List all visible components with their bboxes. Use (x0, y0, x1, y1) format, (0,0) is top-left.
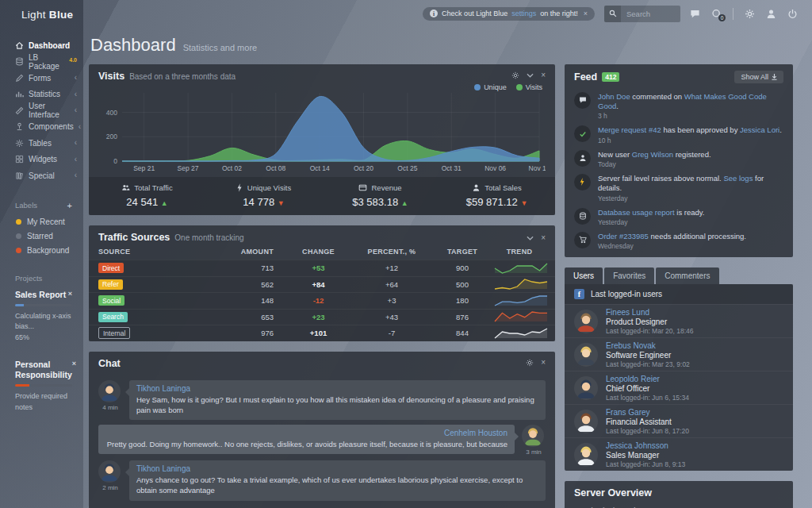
table-row-refer[interactable]: Refer 562 +84 +64 500 (89, 276, 555, 293)
sidebar-item-statistics[interactable]: Statistics ‹ (0, 87, 83, 103)
account-icon[interactable] (766, 9, 776, 19)
add-label-button[interactable]: + (67, 201, 72, 210)
svg-text:Oct 08: Oct 08 (266, 164, 285, 172)
panel-close-icon[interactable]: × (541, 71, 546, 79)
close-icon[interactable]: × (68, 290, 72, 300)
page-subtitle: Statistics and more (183, 43, 258, 52)
chevron-left-icon: ‹ (79, 123, 81, 131)
version-badge: 4.0 (69, 54, 77, 63)
avatar (574, 310, 598, 333)
download-arrow-icon (772, 74, 777, 80)
label-dot (16, 248, 21, 253)
messages-icon[interactable] (690, 9, 700, 19)
chevron-left-icon: ‹ (75, 106, 77, 114)
feed-item[interactable]: Server fail level raises above normal. S… (565, 171, 793, 205)
message-sender[interactable]: Tikhon Laninga (136, 464, 538, 473)
feed-item[interactable]: Merge request #42 has been approved by J… (565, 123, 793, 147)
avatar (574, 410, 598, 433)
sidebar-item-forms[interactable]: Forms ‹ (0, 70, 83, 87)
project-sales-report: Sales Report× Calculating x-axis bias...… (0, 283, 83, 344)
notifications-icon[interactable]: 0 (711, 9, 722, 19)
search-input[interactable] (621, 10, 680, 18)
bolt-icon (574, 174, 591, 190)
table-row-search[interactable]: Search 653 +23 +43 876 (89, 309, 555, 325)
labels-header: Labels + (0, 201, 83, 210)
search-icon (604, 6, 621, 22)
table-row-social[interactable]: Social 148 -12 +3 180 (89, 292, 555, 309)
divider (733, 8, 733, 20)
panel-gear-icon[interactable] (511, 71, 519, 79)
feed-time: 3 h (598, 112, 783, 120)
feed-time: Yesterday (598, 194, 783, 202)
feed-item[interactable]: New user Greg Wilson registered. Today (565, 147, 793, 171)
user-list-item[interactable]: Erebus NovakSoftware EngineerLast logged… (565, 337, 793, 371)
panel-subtitle: Based on a three months data (129, 72, 236, 81)
panel-subtitle: One month tracking (174, 233, 243, 242)
logout-power-icon[interactable] (787, 9, 798, 19)
users-panel: f Last logged-in users Finees LundProduc… (565, 284, 793, 471)
notice-close-icon[interactable]: × (584, 10, 588, 17)
message-sender[interactable]: Tikhon Laninga (136, 384, 538, 393)
notice-settings-link[interactable]: settings (511, 10, 536, 17)
settings-gear-icon[interactable] (745, 9, 755, 19)
feed-item[interactable]: John Doe commented on What Makes Good Co… (565, 89, 793, 123)
feed-time: Yesterday (598, 218, 705, 226)
project-personal-responsibility: Personal Responsibility× Provide require… (0, 352, 83, 413)
trend-sparkline (493, 278, 549, 291)
source-badge: Internal (98, 327, 130, 339)
brand-logo[interactable]: Light Blue (0, 0, 83, 21)
grid-icon (15, 155, 24, 164)
chart-legend: Unique Visits (474, 83, 542, 91)
show-all-button[interactable]: Show All (734, 71, 783, 83)
svg-text:Oct 20: Oct 20 (354, 164, 373, 172)
label-item-background[interactable]: Background (0, 244, 83, 258)
panel-close-icon[interactable]: × (541, 234, 546, 242)
chat-message: 2 min Tikhon Laninga Anys chance to go o… (98, 460, 546, 501)
chevron-left-icon: ‹ (75, 74, 77, 82)
trend-sparkline (493, 262, 549, 275)
user-list-item[interactable]: Leopoldo ReierChief OfficerLast logged-i… (565, 371, 793, 404)
tab-commenters[interactable]: Commenters (656, 267, 718, 284)
sidebar-item-user-interface[interactable]: User Interface ‹ (0, 102, 83, 119)
tab-favorites[interactable]: Favorites (604, 267, 654, 284)
svg-text:Oct 14: Oct 14 (310, 164, 330, 172)
panel-collapse-icon[interactable] (527, 73, 534, 78)
message-sender[interactable]: Cenhelm Houston (105, 429, 508, 437)
close-icon[interactable]: × (72, 360, 76, 380)
svg-text:Oct 25: Oct 25 (397, 164, 417, 172)
sidebar-item-tables[interactable]: Tables ‹ (0, 135, 83, 152)
visits-panel: Visits Based on a three months data × Un… (89, 64, 555, 215)
chat-message: 4 min Tikhon Laninga Hey Sam, how is it … (98, 380, 546, 421)
panel-gear-icon[interactable] (526, 359, 534, 367)
panel-title: Feed (574, 71, 597, 83)
sidebar-item-widgets[interactable]: Widgets ‹ (0, 152, 83, 168)
sidebar-item-special[interactable]: Special ‹ (0, 167, 83, 184)
sidebar-item-components[interactable]: Components ‹ (0, 119, 83, 136)
users-tabs-block: Users Favorites Commenters f Last logged… (565, 267, 793, 471)
legend-dot-unique (474, 84, 481, 90)
navbar-icons: 0 (690, 8, 798, 20)
main-area: i Check out Light Blue settings on the r… (83, 0, 812, 508)
panel-close-icon[interactable]: × (541, 359, 546, 367)
gear-icon (15, 139, 24, 148)
chevron-left-icon: ‹ (75, 90, 77, 98)
panel-collapse-icon[interactable] (527, 236, 534, 241)
feed-item[interactable]: Order #233985 needs additional processin… (565, 229, 793, 257)
feed-time: Today (598, 160, 711, 168)
user-list-item[interactable]: Jessica JohnssonSales ManagerLast logged… (565, 437, 793, 471)
label-dot (16, 219, 21, 225)
label-item-starred[interactable]: Starred (0, 229, 83, 244)
tab-users[interactable]: Users (565, 267, 603, 284)
feed-item[interactable]: Database usage report is ready. Yesterda… (565, 205, 793, 229)
user-list-item[interactable]: Frans GareyFinancial AssistantLast logge… (565, 404, 793, 437)
sidebar-item-dashboard[interactable]: Dashboard (0, 37, 83, 54)
facebook-icon: f (574, 289, 584, 299)
table-row-direct[interactable]: Direct 713 +53 +12 900 (89, 260, 555, 276)
svg-text:400: 400 (106, 109, 117, 117)
sidebar-item-lb-package[interactable]: LB Package 4.0 (0, 54, 83, 71)
legend-dot-visits (516, 84, 523, 90)
feed-time: 10 h (598, 137, 782, 144)
label-item-my-recent[interactable]: My Recent (0, 215, 83, 229)
user-list-item[interactable]: Finees LundProduct DesignerLast logged-i… (565, 304, 793, 337)
table-row-internal[interactable]: Internal 976 +101 -7 844 (89, 325, 555, 341)
